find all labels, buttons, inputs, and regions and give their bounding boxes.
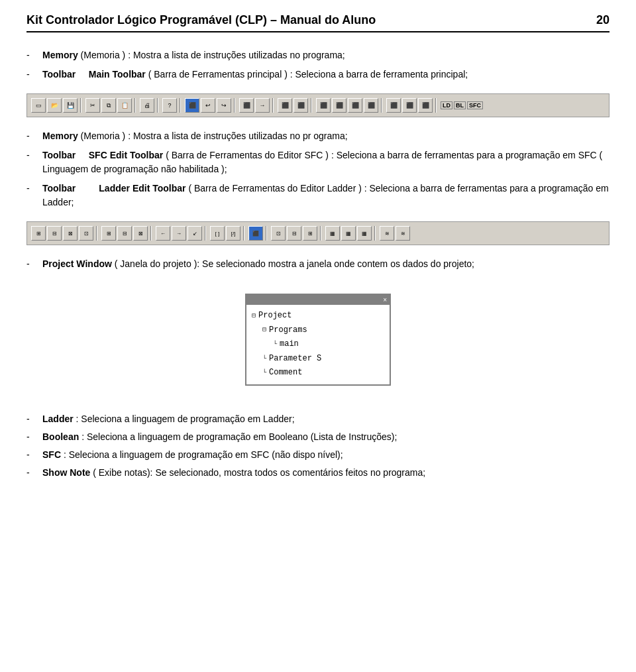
tb2-btn16[interactable]: ⊞ bbox=[303, 226, 317, 241]
dash: - bbox=[26, 430, 42, 444]
tb-new[interactable]: ▭ bbox=[31, 98, 46, 113]
tb2-btn21[interactable]: ≋ bbox=[396, 226, 410, 241]
text-project-window: ( Janela do projeto ): Se selecionado mo… bbox=[115, 258, 474, 269]
entry-sfc: SFC : Seleciona a linguagem de programaç… bbox=[42, 448, 610, 462]
tb-active1[interactable]: ⬛ bbox=[185, 98, 199, 113]
entry-memory2: Memory (Memoria ) : Mostra a lista de in… bbox=[42, 129, 610, 143]
tb-bl-label[interactable]: BL bbox=[454, 101, 466, 109]
text-ladder: : Seleciona a linguagem de programação e… bbox=[76, 414, 295, 424]
tb2-btn4[interactable]: ⊡ bbox=[79, 226, 93, 241]
entry-memory1: Memory (Memoria ) : Mostra a lista de in… bbox=[42, 48, 610, 62]
tb-btn1[interactable]: ⬛ bbox=[239, 98, 254, 113]
tree-item-programs[interactable]: ⊟ Programs bbox=[252, 323, 384, 338]
page-number: 20 bbox=[596, 13, 610, 27]
tb-open[interactable]: 📂 bbox=[47, 98, 62, 113]
project-window-dialog[interactable]: × ⊟ Project ⊟ Programs └ main └ Paramete… bbox=[245, 294, 391, 386]
term-memory1: Memory bbox=[42, 50, 78, 60]
tb2-btn7[interactable]: ⊠ bbox=[133, 226, 148, 241]
text-show-note: ( Exibe notas): Se selecionado, mostra t… bbox=[93, 467, 425, 478]
text-toolbar-main: ( Barra de Ferramentas principal ) : Sel… bbox=[148, 69, 468, 80]
tb2-btn3[interactable]: ⊠ bbox=[63, 226, 78, 241]
text-memory1: (Memoria ) : Mostra a lista de instruçõe… bbox=[81, 50, 345, 60]
tb-btn10[interactable]: ⬛ bbox=[402, 98, 417, 113]
tb2-sep3 bbox=[205, 226, 207, 241]
tb2-btn18[interactable]: ▦ bbox=[341, 226, 356, 241]
tb-print[interactable]: 🖨 bbox=[140, 98, 154, 113]
tb-btn8[interactable]: ⬛ bbox=[364, 98, 378, 113]
tb2-btn5[interactable]: ⊞ bbox=[101, 226, 116, 241]
close-button[interactable]: × bbox=[383, 296, 387, 304]
page-container: Kit Controlador Lógico Programável (CLP)… bbox=[0, 0, 636, 497]
tb-redo[interactable]: ↪ bbox=[217, 98, 231, 113]
tb2-btn14[interactable]: ⊡ bbox=[271, 226, 286, 241]
tb2-btn8[interactable]: ← bbox=[156, 226, 170, 241]
tb-btn6[interactable]: ⬛ bbox=[332, 98, 346, 113]
tb2-btn2[interactable]: ⊟ bbox=[47, 226, 62, 241]
ladder-toolbar[interactable]: ⊞ ⊟ ⊠ ⊡ ⊞ ⊟ ⊠ ← → ↙ [ ] [/] ⬛ ⊡ ⊟ ⊞ ▦ ▦ … bbox=[26, 221, 610, 245]
tb2-btn10[interactable]: ↙ bbox=[187, 226, 202, 241]
tb-btn4[interactable]: ⬛ bbox=[293, 98, 308, 113]
tb2-btn11[interactable]: [ ] bbox=[210, 226, 225, 241]
tb2-sep2 bbox=[150, 226, 153, 241]
tree-branch-icon: └ bbox=[262, 353, 266, 365]
section-second-entries: - Memory (Memoria ) : Mostra a lista de … bbox=[26, 129, 610, 209]
tree-label-comment: Comment bbox=[269, 366, 302, 380]
tb-sep4 bbox=[180, 98, 182, 113]
tb-sfc-label[interactable]: SFC bbox=[467, 101, 483, 109]
tb2-btn17[interactable]: ▦ bbox=[325, 226, 340, 241]
term-sfc: SFC bbox=[42, 449, 61, 460]
tb2-sep1 bbox=[96, 226, 99, 241]
tb-paste[interactable]: 📋 bbox=[117, 98, 132, 113]
term-memory2: Memory bbox=[42, 131, 78, 141]
section-project-window: - Project Window ( Janela do projeto ): … bbox=[26, 257, 610, 271]
tree-item-main[interactable]: └ main bbox=[252, 337, 384, 352]
tb2-btn20[interactable]: ≋ bbox=[380, 226, 394, 241]
tb-cut[interactable]: ✂ bbox=[85, 98, 100, 113]
tree-item-project[interactable]: ⊟ Project bbox=[252, 309, 384, 323]
tree-item-parameters[interactable]: └ Parameter S bbox=[252, 352, 384, 366]
tree-item-comment[interactable]: └ Comment bbox=[252, 366, 384, 380]
term-project-window: Project Window bbox=[42, 258, 112, 269]
dash: - bbox=[26, 257, 42, 271]
text-boolean: : Seleciona a linguagem de programação e… bbox=[81, 431, 397, 442]
tree-expand-icon: ⊟ bbox=[252, 310, 256, 322]
tb-btn9[interactable]: ⬛ bbox=[386, 98, 401, 113]
tb-help[interactable]: ? bbox=[162, 98, 177, 113]
tb-btn11[interactable]: ⬛ bbox=[418, 98, 433, 113]
dash: - bbox=[26, 448, 42, 462]
dash: - bbox=[26, 466, 42, 480]
tb2-btn15[interactable]: ⊟ bbox=[287, 226, 301, 241]
tb2-btn12[interactable]: [/] bbox=[226, 226, 240, 241]
dash: - bbox=[26, 68, 42, 82]
tb2-btn1[interactable]: ⊞ bbox=[31, 226, 46, 241]
dash: - bbox=[26, 412, 42, 426]
entry-toolbar-ladder: Toolbar Ladder Edit Toolbar ( Barra de F… bbox=[42, 182, 610, 209]
tb-btn5[interactable]: ⬛ bbox=[316, 98, 331, 113]
tb2-btn19[interactable]: ▦ bbox=[357, 226, 372, 241]
tree-expand-icon: ⊟ bbox=[262, 324, 266, 336]
tb-btn3[interactable]: ⬛ bbox=[278, 98, 292, 113]
list-item: - Toolbar Ladder Edit Toolbar ( Barra de… bbox=[26, 182, 610, 209]
list-item: - Memory (Memoria ) : Mostra a lista de … bbox=[26, 129, 610, 143]
tree-branch-icon: └ bbox=[262, 367, 266, 379]
tb-sep9 bbox=[435, 98, 438, 113]
subterm-sfc-toolbar: SFC Edit Toolbar bbox=[89, 150, 164, 160]
main-toolbar[interactable]: ▭ 📂 💾 ✂ ⧉ 📋 🖨 ? ⬛ ↩ ↪ ⬛ → ⬛ ⬛ ⬛ ⬛ ⬛ ⬛ ⬛ … bbox=[26, 93, 610, 117]
tb2-btn6[interactable]: ⊟ bbox=[117, 226, 132, 241]
tb-copy[interactable]: ⧉ bbox=[101, 98, 116, 113]
tb2-btn9[interactable]: → bbox=[172, 226, 186, 241]
section-first-entries: - Memory (Memoria ) : Mostra a lista de … bbox=[26, 48, 610, 82]
tb-btn7[interactable]: ⬛ bbox=[348, 98, 362, 113]
tb2-btn13[interactable]: ⬛ bbox=[248, 226, 263, 241]
tb-ld-label[interactable]: LD bbox=[441, 101, 452, 109]
tb-btn2[interactable]: → bbox=[255, 98, 270, 113]
list-item: - Project Window ( Janela do projeto ): … bbox=[26, 257, 610, 271]
list-item: - Memory (Memoria ) : Mostra a lista de … bbox=[26, 48, 610, 62]
project-tree: ⊟ Project ⊟ Programs └ main └ Parameter … bbox=[246, 305, 390, 384]
tb-undo[interactable]: ↩ bbox=[201, 98, 215, 113]
list-item: - Toolbar SFC Edit Toolbar ( Barra de Fe… bbox=[26, 148, 610, 176]
entry-toolbar-main: Toolbar Main Toolbar ( Barra de Ferramen… bbox=[42, 68, 610, 82]
tb-save[interactable]: 💾 bbox=[63, 98, 78, 113]
entry-project-window: Project Window ( Janela do projeto ): Se… bbox=[42, 257, 610, 271]
list-item: - Ladder : Seleciona a linguagem de prog… bbox=[26, 412, 610, 426]
